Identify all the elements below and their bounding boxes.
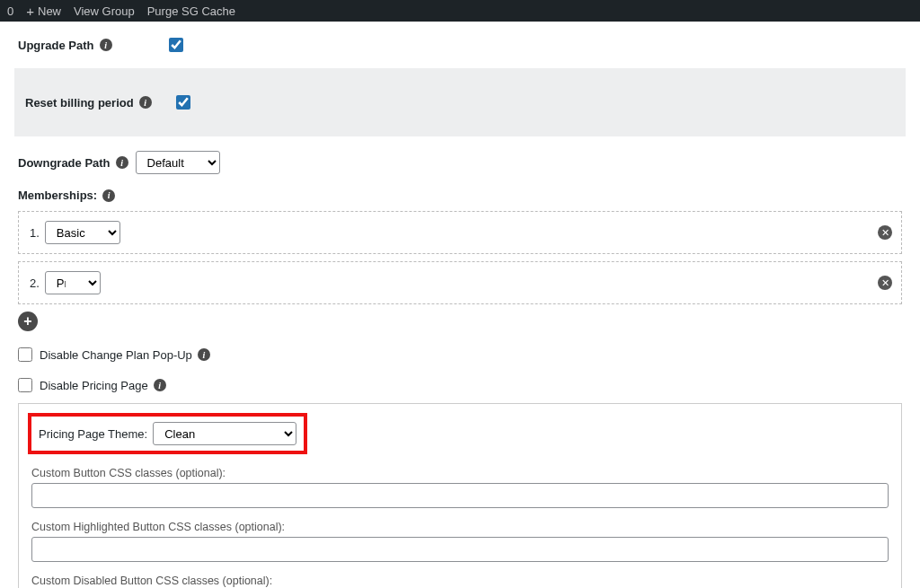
admin-bar-view-group[interactable]: View Group bbox=[74, 4, 135, 18]
reset-billing-row: Reset billing period i bbox=[14, 68, 906, 136]
custom-btn-label: Custom Button CSS classes (optional): bbox=[31, 467, 889, 479]
memberships-header: Memberships: i bbox=[18, 189, 902, 202]
disable-pricing-row: Disable Pricing Page i bbox=[18, 378, 902, 392]
disable-popup-row: Disable Change Plan Pop-Up i bbox=[18, 347, 902, 362]
custom-dis-btn-label: Custom Disabled Button CSS classes (opti… bbox=[31, 575, 889, 587]
add-membership-button[interactable]: + bbox=[18, 312, 38, 331]
info-icon[interactable]: i bbox=[100, 39, 112, 51]
info-icon[interactable]: i bbox=[116, 156, 128, 169]
memberships-label: Memberships: bbox=[18, 189, 97, 202]
upgrade-path-text: Upgrade Path bbox=[18, 39, 94, 52]
membership-row: 2. Pro ✕ bbox=[18, 261, 902, 304]
membership-select-2[interactable]: Pro bbox=[45, 271, 101, 294]
plus-icon: + bbox=[26, 4, 34, 19]
info-icon[interactable]: i bbox=[154, 379, 166, 391]
remove-membership-icon[interactable]: ✕ bbox=[878, 225, 892, 240]
membership-number: 1. bbox=[30, 226, 40, 240]
reset-billing-label: Reset billing period i bbox=[25, 96, 176, 110]
custom-hl-btn-label: Custom Highlighted Button CSS classes (o… bbox=[31, 521, 889, 533]
disable-popup-label: Disable Change Plan Pop-Up bbox=[40, 348, 192, 362]
downgrade-path-row: Downgrade Path i Default bbox=[18, 136, 902, 174]
disable-popup-checkbox[interactable] bbox=[18, 347, 32, 362]
downgrade-path-text: Downgrade Path bbox=[18, 156, 111, 170]
reset-billing-text: Reset billing period bbox=[25, 96, 134, 110]
info-icon[interactable]: i bbox=[102, 189, 115, 202]
custom-btn-input[interactable] bbox=[31, 483, 889, 508]
downgrade-path-select[interactable]: Default bbox=[136, 151, 220, 174]
membership-select-1[interactable]: Basic bbox=[45, 221, 120, 244]
pricing-theme-row: Pricing Page Theme: Clean bbox=[28, 413, 307, 454]
info-icon[interactable]: i bbox=[139, 96, 152, 109]
upgrade-path-row: Upgrade Path i bbox=[18, 22, 902, 68]
admin-bar-purge[interactable]: Purge SG Cache bbox=[147, 4, 235, 18]
downgrade-path-label: Downgrade Path i bbox=[18, 156, 128, 170]
disable-pricing-checkbox[interactable] bbox=[18, 378, 32, 392]
upgrade-path-checkbox[interactable] bbox=[169, 38, 183, 52]
custom-hl-btn-input[interactable] bbox=[31, 537, 889, 562]
pricing-theme-select[interactable]: Clean bbox=[153, 422, 296, 445]
upgrade-path-label: Upgrade Path i bbox=[18, 39, 169, 52]
pricing-theme-label: Pricing Page Theme: bbox=[39, 427, 147, 441]
reset-billing-checkbox[interactable] bbox=[176, 95, 190, 110]
admin-bar-new[interactable]: + New bbox=[26, 4, 61, 19]
main-content: Upgrade Path i Reset billing period i Do… bbox=[0, 22, 920, 588]
admin-bar-count[interactable]: 0 bbox=[7, 4, 13, 18]
disable-pricing-label: Disable Pricing Page bbox=[40, 379, 148, 392]
remove-membership-icon[interactable]: ✕ bbox=[878, 276, 892, 290]
admin-bar-new-label: New bbox=[38, 4, 61, 18]
pricing-box: Pricing Page Theme: Clean Custom Button … bbox=[18, 403, 902, 588]
admin-bar: 0 + New View Group Purge SG Cache bbox=[0, 0, 920, 22]
membership-number: 2. bbox=[30, 276, 40, 290]
info-icon[interactable]: i bbox=[198, 348, 210, 361]
membership-row: 1. Basic ✕ bbox=[18, 211, 902, 254]
